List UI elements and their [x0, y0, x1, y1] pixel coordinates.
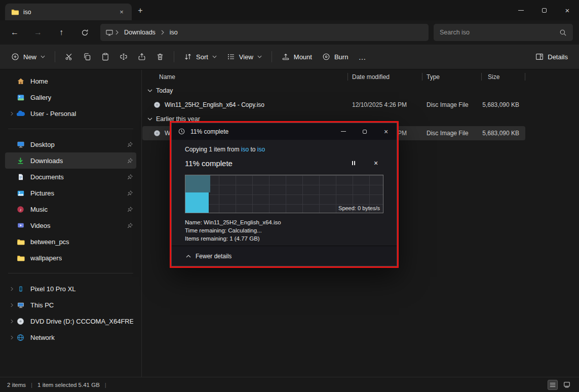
more-options-button[interactable]: …: [353, 49, 371, 65]
fewer-details-toggle[interactable]: Fewer details: [172, 246, 397, 266]
large-icons-view-toggle[interactable]: [562, 380, 572, 390]
rename-button[interactable]: [114, 49, 133, 65]
toolbar-divider: [55, 51, 55, 62]
share-button[interactable]: [133, 49, 151, 65]
column-header-name[interactable]: Name: [142, 70, 348, 84]
titlebar: iso × + ×: [0, 0, 579, 20]
sidebar-item-this-pc[interactable]: This PC: [5, 297, 136, 313]
sidebar-item-music[interactable]: ♪ Music: [5, 201, 136, 217]
home-icon: [16, 77, 25, 86]
sidebar-item-downloads[interactable]: Downloads: [5, 152, 136, 169]
search-icon[interactable]: [559, 29, 567, 36]
maximize-button[interactable]: [532, 0, 556, 20]
cancel-copy-button[interactable]: ×: [369, 156, 382, 170]
sidebar-item-onedrive-personal[interactable]: User - Personal: [5, 105, 136, 122]
source-folder-link[interactable]: iso: [241, 146, 249, 153]
copy-progress-dialog: 11% complete × Copying 1 item from iso t…: [171, 123, 397, 266]
location-monitor-icon: [105, 29, 113, 36]
sidebar-item-network[interactable]: Network: [5, 329, 136, 345]
new-button-label: New: [23, 53, 36, 61]
file-size: 5,683,090 KB: [482, 101, 525, 108]
sidebar-item-videos[interactable]: Videos: [5, 217, 136, 233]
breadcrumb-item-iso[interactable]: iso: [166, 27, 181, 38]
chevron-right-icon[interactable]: [7, 287, 16, 291]
share-icon: [138, 53, 146, 61]
dvd-disc-icon: [16, 317, 25, 326]
refresh-button[interactable]: [76, 24, 93, 41]
selection-info: 1 item selected 5.41 GB: [37, 382, 100, 388]
file-row[interactable]: Win11_25H2_English_x64 - Copy.iso 12/10/…: [142, 98, 525, 112]
chevron-right-icon[interactable]: [7, 111, 16, 116]
sidebar-item-dvd-drive[interactable]: DVD Drive (D:) CCCOMA_X64FRE_EN-US_D: [5, 313, 136, 329]
details-view-toggle[interactable]: [548, 380, 558, 390]
mount-button[interactable]: Mount: [277, 49, 317, 65]
pin-icon: [127, 174, 133, 180]
search-input[interactable]: [440, 29, 559, 36]
sidebar-item-gallery[interactable]: Gallery: [5, 89, 136, 105]
sidebar-item-label: wallpapers: [30, 254, 62, 262]
sidebar-item-desktop[interactable]: Desktop: [5, 136, 136, 152]
dialog-close-button[interactable]: ×: [375, 123, 397, 140]
sidebar-item-pixel-10-pro-xl[interactable]: Pixel 10 Pro XL: [5, 281, 136, 297]
dialog-minimize-button[interactable]: [333, 123, 354, 140]
sidebar-item-label: User - Personal: [30, 110, 76, 117]
view-button[interactable]: View: [222, 49, 267, 65]
sidebar-item-label: Pixel 10 Pro XL: [30, 285, 76, 293]
toolbar-divider: [272, 51, 272, 62]
sidebar-item-documents[interactable]: Documents: [5, 169, 136, 185]
address-bar[interactable]: Downloads iso: [100, 24, 429, 41]
copy-dialog-icon: [178, 128, 185, 135]
sidebar-item-between-pcs[interactable]: between_pcs: [5, 233, 136, 250]
close-button[interactable]: ×: [556, 0, 579, 20]
delete-button[interactable]: [151, 49, 169, 65]
cut-button[interactable]: [60, 49, 78, 65]
view-button-label: View: [239, 53, 253, 61]
sidebar-item-label: Desktop: [30, 141, 55, 148]
sidebar-item-label: Pictures: [30, 189, 54, 197]
column-header-size[interactable]: Size: [482, 70, 525, 84]
destination-folder-link[interactable]: iso: [257, 146, 265, 153]
column-header-type[interactable]: Type: [422, 70, 482, 84]
navigation-pane: Home Gallery User - Personal Desktop: [0, 70, 142, 377]
chevron-right-icon[interactable]: [7, 335, 16, 340]
sidebar-item-home[interactable]: Home: [5, 73, 136, 89]
navigation-bar: ← → ↑ Downloads iso: [0, 20, 579, 45]
pin-icon: [127, 141, 133, 148]
dialog-maximize-button[interactable]: [354, 123, 375, 140]
column-header-date-modified[interactable]: Date modified: [348, 70, 422, 84]
forward-button[interactable]: →: [29, 24, 47, 41]
sidebar-item-wallpapers[interactable]: wallpapers: [5, 250, 136, 266]
gallery-icon: [16, 93, 25, 102]
pin-icon: [127, 190, 133, 197]
dialog-body: Copying 1 item from iso to iso 11% compl…: [172, 140, 397, 246]
burn-button[interactable]: Burn: [317, 49, 353, 65]
explorer-tab[interactable]: iso ×: [5, 4, 132, 20]
sidebar-item-label: Documents: [30, 173, 64, 181]
back-button[interactable]: ←: [6, 24, 23, 41]
copy-button[interactable]: [78, 49, 96, 65]
chevron-right-icon[interactable]: [7, 303, 16, 307]
chevron-up-icon: [186, 255, 191, 258]
disc-image-file-icon: [153, 130, 161, 137]
breadcrumb-item-downloads[interactable]: Downloads: [121, 27, 159, 38]
file-type: Disc Image File: [422, 130, 482, 137]
paste-button[interactable]: [96, 49, 114, 65]
sort-button[interactable]: Sort: [179, 49, 222, 65]
minimize-button[interactable]: [509, 0, 532, 20]
up-button[interactable]: ↑: [53, 24, 70, 41]
sidebar-item-pictures[interactable]: Pictures: [5, 185, 136, 201]
pause-button[interactable]: [347, 156, 360, 170]
tab-close-icon[interactable]: ×: [115, 7, 128, 18]
group-header-today[interactable]: Today: [142, 84, 525, 98]
search-box[interactable]: [434, 24, 573, 41]
chevron-right-icon[interactable]: [7, 319, 16, 324]
details-pane-button[interactable]: Details: [530, 49, 573, 65]
dialog-title: 11% complete: [190, 128, 228, 135]
fewer-details-label: Fewer details: [196, 253, 231, 260]
folder-icon: [16, 254, 25, 262]
pin-icon: [127, 206, 133, 213]
new-button[interactable]: New: [6, 49, 50, 65]
new-tab-button[interactable]: +: [135, 5, 146, 16]
sidebar-item-label: DVD Drive (D:) CCCOMA_X64FRE_EN-US_D: [30, 318, 133, 325]
file-type: Disc Image File: [422, 101, 482, 108]
